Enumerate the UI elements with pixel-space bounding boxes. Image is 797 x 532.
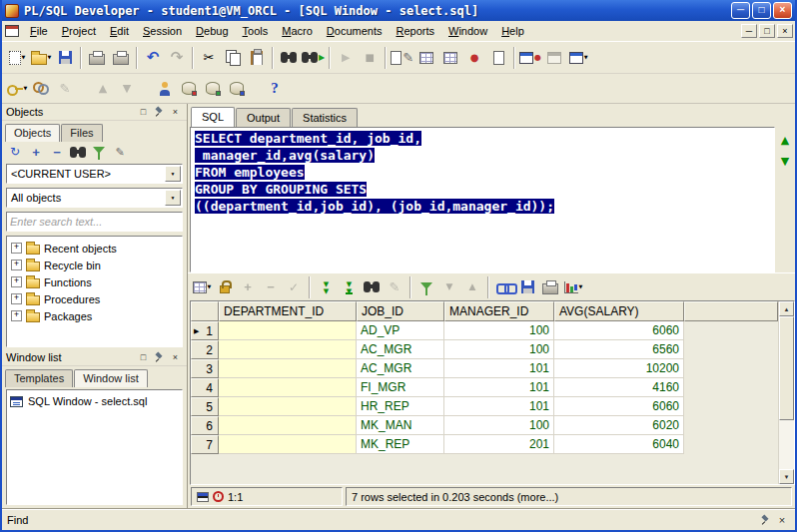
tree-item-recycle-bin[interactable]: + Recycle bin [9,257,180,273]
menu-file[interactable]: File [23,23,55,39]
find-object-button[interactable] [69,144,87,161]
cell-manager-id[interactable]: 101 [444,359,554,378]
refresh-button[interactable]: ↻ [6,144,24,161]
tree-item-packages[interactable]: + Packages [9,307,180,324]
preferences-button[interactable]: ▼ [5,77,29,101]
macro-record-button[interactable]: ● [462,46,486,70]
cell-job-id[interactable]: AD_VP [357,321,444,340]
table-row[interactable]: 7 MK_REP 201 6040 [191,435,778,454]
single-record-view-button[interactable] [493,276,515,298]
tab-statistics[interactable]: Statistics [292,108,358,127]
row-selector[interactable]: ▶1 [191,321,219,340]
window-list-button[interactable]: ▼ [566,46,590,70]
menu-help[interactable]: Help [494,23,531,39]
menu-edit[interactable]: Edit [103,23,136,39]
close-button[interactable]: × [773,2,792,19]
cell-job-id[interactable]: MK_MAN [357,416,444,435]
pin-button[interactable] [152,351,167,364]
cell-avg-salary[interactable]: 6060 [554,397,684,416]
menu-documents[interactable]: Documents [320,23,390,39]
grid-view-button[interactable]: ▼ [191,276,213,298]
tree-item-label[interactable]: Recycle bin [44,260,101,271]
menu-session[interactable]: Session [136,23,189,39]
row-selector[interactable]: 6 [191,416,219,435]
filter-button[interactable] [90,144,108,161]
menu-macro[interactable]: Macro [275,23,320,39]
table-row[interactable]: ▶1 AD_VP 100 6060 [191,321,778,340]
tab-objects[interactable]: Objects [5,124,60,142]
window-list-item-label[interactable]: SQL Window - select.sql [28,395,147,407]
filter-edit-button[interactable]: ✎ [111,144,129,161]
row-selector[interactable]: 2 [191,340,219,359]
row-selector[interactable]: 4 [191,378,219,397]
titlebar[interactable]: PL/SQL Developer - student1@VM_ORCL - [S… [2,0,795,21]
cell-department-id[interactable] [219,340,357,359]
object-search-input[interactable] [10,216,179,228]
cell-manager-id[interactable]: 100 [444,340,554,359]
cell-department-id[interactable] [219,435,357,454]
describe-button[interactable]: ✎ [390,46,414,70]
table-row[interactable]: 2 AC_MGR 100 6560 [191,340,778,359]
find-next-button[interactable]: ▶ [301,46,326,70]
undo-button[interactable]: ↶ [141,46,165,70]
scroll-up-button[interactable]: ▲ [779,301,794,316]
print-results-button[interactable] [539,276,561,298]
chevron-down-icon[interactable]: ▼ [165,190,181,206]
chevron-down-icon[interactable]: ▼ [24,86,28,91]
chevron-down-icon[interactable]: ▼ [579,284,583,289]
tab-templates[interactable]: Templates [5,369,73,387]
fetch-next-page-button[interactable]: ▼▼ [315,276,337,298]
cell-job-id[interactable]: FI_MGR [357,378,444,397]
cell-department-id[interactable] [219,416,357,435]
cell-manager-id[interactable]: 100 [444,321,554,340]
new-command-window-button[interactable] [201,77,225,101]
mdi-restore-button[interactable]: □ [759,24,775,38]
chevron-down-icon[interactable]: ▼ [48,55,52,60]
tab-window-list[interactable]: Window list [74,369,148,387]
column-header[interactable]: JOB_ID [357,301,444,321]
macro-play-button[interactable] [486,46,510,70]
menu-window[interactable]: Window [441,23,494,39]
new-sql-window-button[interactable] [177,77,201,101]
vertical-scrollbar[interactable]: ▲ ▼ [778,301,794,484]
expand-icon[interactable]: + [11,260,22,270]
chevron-down-icon[interactable]: ▼ [165,166,181,182]
objects-close-button[interactable]: × [168,106,183,119]
pin-button[interactable] [152,106,167,119]
expand-icon[interactable]: + [11,243,22,254]
cell-manager-id[interactable]: 101 [444,378,554,397]
indent-button[interactable] [414,46,438,70]
tree-item-label[interactable]: Recent objects [44,243,117,255]
object-filter-select[interactable]: All objects ▼ [6,188,183,208]
column-header[interactable]: AVG(SALARY) [554,301,684,321]
cell-department-id[interactable] [219,378,357,397]
row-selector[interactable]: 5 [191,397,219,416]
expand-icon[interactable]: + [11,293,22,304]
cell-job-id[interactable]: AC_MGR [357,340,444,359]
table-row[interactable]: 4 FI_MGR 101 4160 [191,378,778,397]
help-button[interactable]: ? [263,77,287,101]
fetch-last-page-button[interactable]: ▼▼ [338,276,360,298]
tree-item-label[interactable]: Procedures [44,293,100,305]
row-selector-header[interactable] [191,301,219,321]
outdent-button[interactable] [438,46,462,70]
tree-item-label[interactable]: Packages [44,310,92,322]
scrollbar-thumb[interactable] [779,316,794,420]
menu-project[interactable]: Project [55,23,103,39]
tree-item-recent-objects[interactable]: + Recent objects [9,240,180,257]
window-list-close-button[interactable]: × [168,351,183,364]
dock-button[interactable]: □ [136,351,151,364]
new-instance-button[interactable]: ● [518,46,542,70]
find-close-button[interactable]: × [774,512,790,527]
menu-debug[interactable]: Debug [189,23,235,39]
cut-button[interactable]: ✂ [197,46,221,70]
paste-button[interactable] [245,46,269,70]
menu-reports[interactable]: Reports [389,23,441,39]
open-button[interactable]: ▼ [29,46,53,70]
cell-department-id[interactable] [219,321,357,340]
previous-statement-button[interactable]: ▲ [781,135,789,146]
new-report-window-button[interactable] [225,77,249,101]
cell-job-id[interactable]: AC_MGR [357,359,444,378]
minimize-button[interactable]: ─ [731,2,750,19]
export-results-button[interactable] [516,276,538,298]
